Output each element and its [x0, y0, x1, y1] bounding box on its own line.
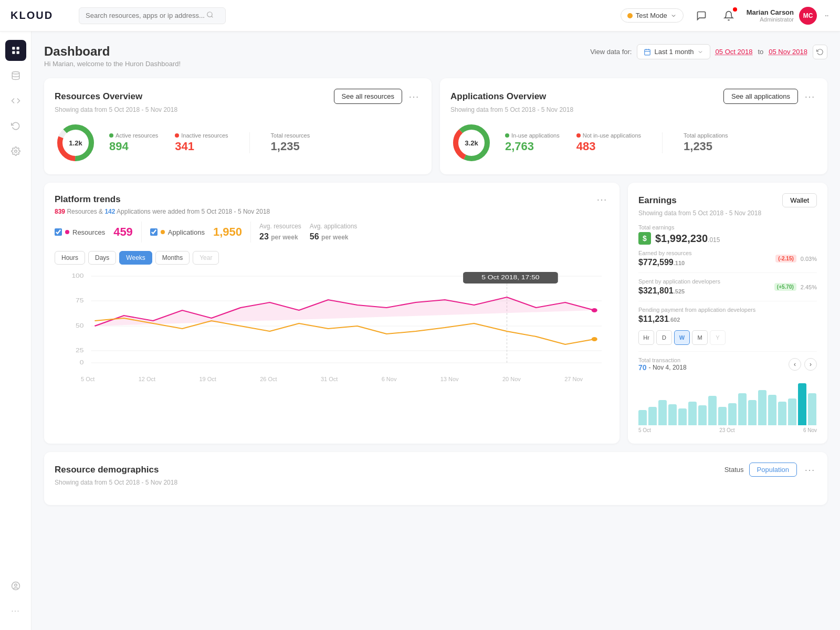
- resources-title: Resources Overview: [55, 91, 142, 102]
- x-label-3: 19 Oct: [199, 376, 216, 382]
- bell-icon: [723, 10, 734, 21]
- demographics-more-button[interactable]: ⋯: [802, 464, 817, 476]
- total-resources-stat: Total resources 1,235: [271, 132, 310, 153]
- svg-point-6: [825, 15, 826, 16]
- notinuse-apps-value: 483: [576, 140, 641, 153]
- prev-arrow[interactable]: ‹: [789, 358, 801, 371]
- total-earnings-amount: $1,992,230.015: [655, 233, 720, 245]
- total-earnings-label: Total earnings: [638, 224, 817, 230]
- resources-stats: Active resources 894 Inactive resources …: [109, 132, 310, 153]
- year-button[interactable]: Year: [193, 251, 219, 265]
- m-button[interactable]: M: [692, 330, 708, 345]
- trends-title: Platform trends: [55, 194, 121, 205]
- calendar-icon: [644, 48, 651, 56]
- resources-change-badge: (-2.15): [775, 255, 796, 262]
- sidebar-item-database[interactable]: [5, 65, 26, 86]
- bar-item: [778, 402, 786, 425]
- svg-text:5 Oct 2018, 17:50: 5 Oct 2018, 17:50: [481, 275, 540, 281]
- date-from[interactable]: 05 Oct 2018: [716, 48, 753, 56]
- sidebar-item-support[interactable]: [5, 575, 26, 596]
- applications-overview-card: Applications Overview See all applicatio…: [440, 78, 827, 174]
- gear-icon: [11, 146, 20, 156]
- dashboard-icon: [11, 46, 20, 55]
- test-mode-toggle[interactable]: Test Mode: [621, 8, 684, 23]
- resources-dot: [65, 230, 69, 234]
- database-icon: [11, 71, 20, 80]
- notifications-button[interactable]: [719, 6, 738, 25]
- inuse-apps-value: 2,763: [505, 140, 560, 153]
- bar-item: [668, 404, 677, 425]
- resources-checkbox-item[interactable]: Resources: [55, 228, 105, 236]
- date-filter: View data for: Last 1 month 05 Oct 2018 …: [590, 44, 827, 59]
- see-all-resources-button[interactable]: See all resources: [334, 89, 402, 104]
- svg-point-39: [592, 337, 597, 341]
- bar-item: [728, 403, 737, 425]
- bar-item: [748, 400, 757, 425]
- transaction-section: Total transaction 70 - Nov 4, 2018 ‹ ›: [638, 351, 817, 372]
- applications-donut: 3.2k: [450, 122, 492, 164]
- apps-pct: 2.45%: [801, 284, 817, 290]
- test-mode-indicator: [627, 13, 633, 18]
- platform-trends-card: Platform trends ⋯ 839 Resources & 142 Ap…: [44, 183, 620, 444]
- trends-filter-row: Resources 459 Applications 1,950: [55, 222, 609, 243]
- applications-checkbox[interactable]: [150, 228, 158, 236]
- svg-point-12: [12, 72, 19, 75]
- applications-checkbox-item[interactable]: Applications: [150, 228, 205, 236]
- sidebar-item-code[interactable]: [5, 90, 26, 111]
- inactive-resources-stat: Inactive resources 341: [175, 132, 228, 153]
- see-all-applications-button[interactable]: See all applications: [723, 89, 798, 104]
- resources-checkbox[interactable]: [55, 228, 62, 236]
- messages-button[interactable]: [692, 6, 711, 25]
- resources-more-button[interactable]: ⋯: [406, 90, 421, 103]
- w-button[interactable]: W: [674, 330, 690, 345]
- earnings-card: Earnings Wallet Showing data from 5 Oct …: [628, 183, 827, 444]
- bar-item: [698, 405, 707, 425]
- bottom-row: Platform trends ⋯ 839 Resources & 142 Ap…: [44, 183, 827, 444]
- dollar-badge: $: [638, 232, 651, 245]
- date-to[interactable]: 05 Nov 2018: [769, 48, 807, 56]
- wallet-button[interactable]: Wallet: [782, 193, 817, 207]
- user-menu[interactable]: Marian Carson Administrator MC: [747, 7, 830, 25]
- applications-more-button[interactable]: ⋯: [802, 90, 817, 103]
- days-button[interactable]: Days: [88, 251, 116, 265]
- svg-rect-11: [16, 51, 19, 54]
- bar-item: [738, 393, 747, 425]
- months-button[interactable]: Months: [155, 251, 190, 265]
- svg-rect-10: [12, 51, 15, 54]
- status-label: Status: [724, 466, 744, 474]
- sidebar-item-more[interactable]: ···: [5, 601, 26, 622]
- resources-subtitle: Showing data from 5 Oct 2018 - 5 Nov 201…: [55, 106, 421, 113]
- bar-item: [718, 407, 727, 425]
- resources-metrics: 1.2k Active resources 894 Inactive resou…: [55, 122, 421, 164]
- hours-button[interactable]: Hours: [55, 251, 85, 265]
- weeks-button[interactable]: Weeks: [119, 251, 152, 265]
- resources-count: 459: [113, 225, 133, 239]
- messages-icon: [696, 10, 707, 21]
- x-label-8: 20 Nov: [502, 376, 521, 382]
- y-button[interactable]: Y: [710, 330, 726, 345]
- sidebar-item-settings[interactable]: [5, 141, 26, 162]
- resources-donut: 1.2k: [55, 122, 97, 164]
- resources-donut-label: 1.2k: [69, 139, 82, 147]
- dropdown-arrow-icon: [697, 49, 704, 55]
- avg-applications-value: 56 per week: [310, 232, 358, 242]
- x-label-1: 5 Oct: [81, 376, 94, 382]
- resources-earnings-section: Earned by resources $772,599.110 (-2.15)…: [638, 250, 817, 273]
- search-input[interactable]: [86, 12, 206, 19]
- sidebar-item-dashboard[interactable]: [5, 40, 26, 61]
- x-label-6: 6 Nov: [382, 376, 397, 382]
- svg-rect-16: [645, 49, 650, 55]
- resource-demographics-row: Resource demographics Status Population …: [44, 452, 827, 505]
- hr-button[interactable]: Hr: [638, 330, 654, 345]
- inactive-resources-value: 341: [175, 140, 228, 153]
- demographics-subtitle: Showing data from 5 Oct 2018 - 5 Nov 201…: [55, 479, 817, 486]
- refresh-button[interactable]: [813, 45, 827, 59]
- page-title: Dashboard: [44, 44, 181, 59]
- trends-more-button[interactable]: ⋯: [594, 193, 609, 206]
- d-button[interactable]: D: [656, 330, 672, 345]
- population-button[interactable]: Population: [749, 463, 797, 477]
- date-range-select[interactable]: Last 1 month: [637, 44, 710, 59]
- search-box[interactable]: [79, 7, 226, 24]
- next-arrow[interactable]: ›: [804, 358, 817, 371]
- sidebar-item-sync[interactable]: [5, 116, 26, 136]
